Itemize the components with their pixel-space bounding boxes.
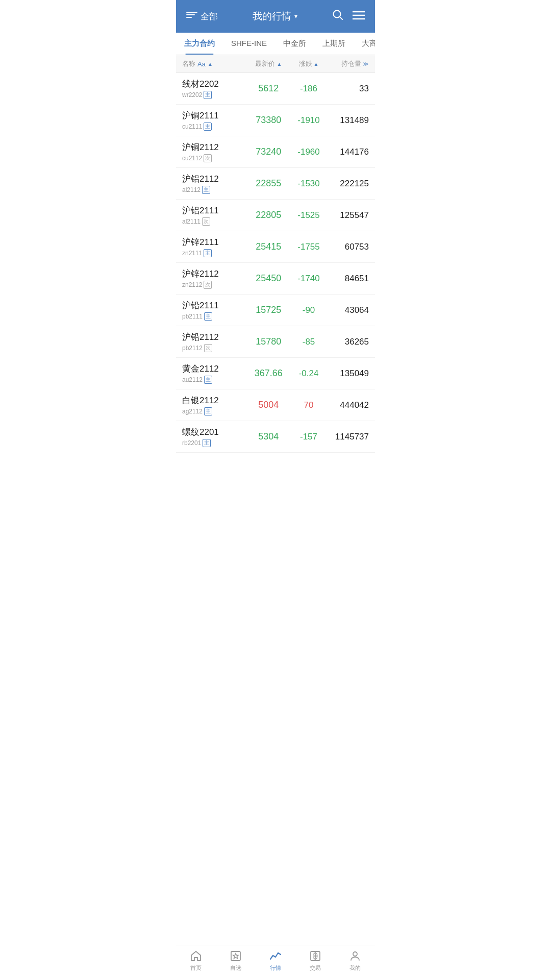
tab-shfe-ine[interactable]: SHFE-INE <box>223 33 275 55</box>
cell-volume-7: 43064 <box>329 305 369 315</box>
cell-name-0: 线材2202 wr2202 主 <box>182 78 248 99</box>
header-filter[interactable]: 全部 <box>186 11 218 22</box>
cell-name-7: 沪铅2111 pb2111 主 <box>182 300 248 321</box>
cell-volume-5: 60753 <box>329 242 369 252</box>
cell-name-5: 沪锌2111 zn2111 主 <box>182 236 248 257</box>
cell-price-10: 5004 <box>248 400 289 410</box>
cell-volume-4: 125547 <box>329 210 369 220</box>
header-actions <box>332 9 365 23</box>
header-title[interactable]: 我的行情 ▾ <box>253 10 297 23</box>
header: 全部 我的行情 ▾ <box>176 0 375 33</box>
cell-price-11: 5304 <box>248 431 289 442</box>
cell-name-9: 黄金2112 au2112 主 <box>182 363 248 384</box>
cell-price-1: 73380 <box>248 115 289 126</box>
cell-change-1: -1910 <box>289 115 329 126</box>
svg-line-1 <box>340 17 343 20</box>
cell-change-10: 70 <box>289 400 329 410</box>
cell-price-0: 5612 <box>248 83 289 94</box>
table-row[interactable]: 沪铝2111 al2111 次 22805 -1525 125547 <box>176 200 375 231</box>
table-row[interactable]: 螺纹2201 rb2201 主 5304 -157 1145737 <box>176 421 375 453</box>
cell-name-2: 沪铜2112 cu2112 次 <box>182 141 248 162</box>
sort-arrow-change: ▲ <box>314 61 319 67</box>
tab-bar: 主力合约 SHFE-INE 中金所 上期所 大商所 <box>176 33 375 55</box>
cell-change-7: -90 <box>289 305 329 315</box>
dropdown-icon: ▾ <box>294 13 297 20</box>
cell-price-5: 25415 <box>248 241 289 252</box>
cell-volume-2: 144176 <box>329 147 369 157</box>
table-row[interactable]: 沪铅2111 pb2111 主 15725 -90 43064 <box>176 295 375 326</box>
cell-change-2: -1960 <box>289 147 329 157</box>
cell-volume-10: 444042 <box>329 400 369 410</box>
table-row[interactable]: 沪铝2112 al2112 主 22855 -1530 222125 <box>176 168 375 200</box>
cell-price-9: 367.66 <box>248 368 289 379</box>
cell-name-6: 沪锌2112 zn2112 次 <box>182 268 248 289</box>
filter-icon <box>186 12 197 21</box>
table-row[interactable]: 沪铜2112 cu2112 次 73240 -1960 144176 <box>176 136 375 168</box>
cell-volume-8: 36265 <box>329 337 369 347</box>
tab-shfe[interactable]: 上期所 <box>314 33 354 55</box>
table-row[interactable]: 白银2112 ag2112 主 5004 70 444042 <box>176 389 375 421</box>
cell-price-2: 73240 <box>248 146 289 157</box>
cell-name-11: 螺纹2201 rb2201 主 <box>182 426 248 447</box>
column-header: 名称 Aa ▲ 最新价 ▲ 涨跌 ▲ 持仓量 ≫ <box>176 55 375 73</box>
cell-volume-0: 33 <box>329 84 369 94</box>
filter-label: 全部 <box>201 11 218 22</box>
market-title: 我的行情 <box>253 10 291 23</box>
cell-price-3: 22855 <box>248 178 289 189</box>
cell-name-1: 沪铜2111 cu2111 主 <box>182 110 248 131</box>
sort-arrow-price: ▲ <box>277 61 282 67</box>
cell-name-8: 沪铅2112 pb2112 次 <box>182 331 248 352</box>
table-row[interactable]: 沪铜2111 cu2111 主 73380 -1910 131489 <box>176 105 375 136</box>
col-change[interactable]: 涨跌 ▲ <box>289 59 329 68</box>
cell-price-7: 15725 <box>248 305 289 315</box>
tab-main-contract[interactable]: 主力合约 <box>176 33 223 55</box>
col-volume[interactable]: 持仓量 ≫ <box>329 59 369 68</box>
cell-volume-9: 135049 <box>329 369 369 379</box>
table-row[interactable]: 沪锌2111 zn2111 主 25415 -1755 60753 <box>176 231 375 263</box>
cell-volume-6: 84651 <box>329 274 369 284</box>
cell-change-11: -157 <box>289 432 329 442</box>
table-row[interactable]: 沪铅2112 pb2112 次 15780 -85 36265 <box>176 326 375 358</box>
sort-arrow-name: ▲ <box>208 61 213 67</box>
market-table: 线材2202 wr2202 主 5612 -186 33 沪铜2111 cu21… <box>176 73 375 488</box>
search-icon[interactable] <box>332 9 343 23</box>
col-price[interactable]: 最新价 ▲ <box>248 59 289 68</box>
tab-cffex[interactable]: 中金所 <box>275 33 314 55</box>
cell-volume-11: 1145737 <box>329 432 369 442</box>
table-row[interactable]: 沪锌2112 zn2112 次 25450 -1740 84651 <box>176 263 375 295</box>
sort-arrow-volume: ≫ <box>363 61 369 67</box>
cell-change-5: -1755 <box>289 242 329 252</box>
table-row[interactable]: 线材2202 wr2202 主 5612 -186 33 <box>176 73 375 105</box>
cell-name-3: 沪铝2112 al2112 主 <box>182 173 248 194</box>
cell-change-3: -1530 <box>289 179 329 189</box>
cell-change-8: -85 <box>289 337 329 347</box>
cell-change-4: -1525 <box>289 210 329 220</box>
cell-price-4: 22805 <box>248 210 289 220</box>
cell-name-10: 白银2112 ag2112 主 <box>182 395 248 415</box>
cell-name-4: 沪铝2111 al2111 次 <box>182 205 248 226</box>
menu-icon[interactable] <box>353 11 365 22</box>
cell-change-0: -186 <box>289 84 329 94</box>
col-name[interactable]: 名称 Aa ▲ <box>182 59 248 68</box>
cell-price-6: 25450 <box>248 273 289 284</box>
cell-volume-3: 222125 <box>329 179 369 189</box>
cell-price-8: 15780 <box>248 336 289 347</box>
table-row[interactable]: 黄金2112 au2112 主 367.66 -0.24 135049 <box>176 358 375 389</box>
cell-change-6: -1740 <box>289 274 329 284</box>
cell-volume-1: 131489 <box>329 115 369 126</box>
tab-dce[interactable]: 大商所 <box>354 33 375 55</box>
cell-change-9: -0.24 <box>289 369 329 379</box>
